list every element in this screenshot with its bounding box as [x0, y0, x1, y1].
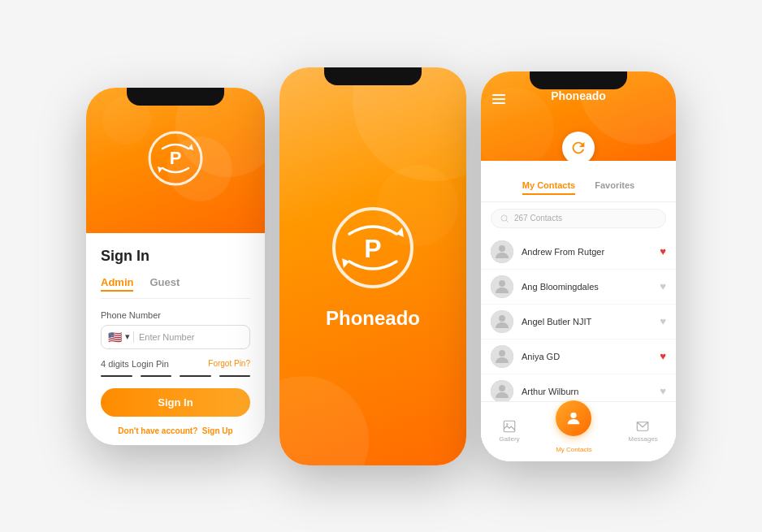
phone2-content: P Phoneado — [279, 67, 466, 465]
heart-icon[interactable]: ♥ — [660, 315, 666, 327]
messages-icon — [635, 419, 650, 434]
gallery-icon — [502, 419, 517, 434]
pin-field-label: 4 digits Login Pin — [101, 359, 169, 369]
search-icon — [500, 214, 509, 223]
contact-avatar — [491, 380, 513, 401]
contact-item[interactable]: Andrew From Rutger ♥ — [481, 235, 676, 270]
avatar-person-svg — [491, 310, 513, 333]
signin-title: Sign In — [101, 248, 250, 265]
svg-text:P: P — [170, 148, 182, 168]
hamburger-line-3 — [492, 102, 505, 104]
heart-icon[interactable]: ♥ — [660, 385, 666, 397]
forgot-pin-link[interactable]: Forgot Pin? — [208, 359, 250, 368]
pin-dot-1 — [101, 375, 132, 377]
splash-logo-svg: P — [328, 203, 418, 292]
pin-dots-row — [101, 375, 250, 377]
no-account-row: Don't have account? Sign Up — [101, 426, 250, 435]
contact-item[interactable]: Aniya GD ♥ — [481, 340, 676, 374]
phone-notch-3 — [530, 71, 627, 89]
heart-icon[interactable]: ♥ — [660, 350, 666, 362]
pin-dot-3 — [180, 375, 211, 377]
tab-my-contacts[interactable]: My Contacts — [522, 180, 575, 195]
heart-icon[interactable]: ♥ — [660, 280, 666, 292]
contact-avatar — [491, 310, 513, 333]
pin-dot-2 — [141, 375, 172, 377]
phone-signin: P Sign In Admin Guest Phone Number 🇺🇸 ▾ — [86, 88, 265, 445]
phone1-content: P Sign In Admin Guest Phone Number 🇺🇸 ▾ — [86, 88, 265, 445]
logo-svg: P — [146, 129, 205, 188]
phone-notch-2 — [324, 67, 422, 85]
contact-name: Ang Bloomingdales — [522, 282, 660, 292]
svg-point-13 — [499, 280, 505, 287]
hamburger-line-1 — [492, 94, 505, 96]
input-divider — [133, 331, 134, 343]
gallery-label: Gallery — [499, 435, 519, 443]
phone-contacts: Phoneado Sync My Contacts Favorites — [481, 71, 676, 461]
hamburger-icon[interactable] — [492, 94, 505, 104]
contact-item[interactable]: Angel Butler NJIT ♥ — [481, 305, 676, 340]
nav-messages[interactable]: Messages — [628, 419, 657, 443]
svg-point-19 — [499, 385, 505, 391]
no-account-text: Don't have account? — [118, 426, 197, 435]
contacts-nav-label: My Contacts — [556, 446, 591, 453]
bottom-nav: Gallery My Contacts — [481, 401, 676, 461]
avatar-person-svg — [491, 240, 513, 263]
nav-gallery[interactable]: Gallery — [499, 419, 519, 443]
flag-emoji: 🇺🇸 — [108, 331, 122, 344]
signup-link[interactable]: Sign Up — [202, 426, 233, 435]
contacts-list: Andrew From Rutger ♥ Ang Bloomingdales ♥ — [481, 235, 676, 401]
contact-name: Aniya GD — [522, 352, 660, 361]
tab-guest[interactable]: Guest — [149, 275, 180, 292]
contact-name: Angel Butler NJIT — [522, 317, 660, 327]
avatar-person-svg — [491, 345, 513, 368]
country-code: ▾ — [125, 331, 130, 342]
contacts-tabs: My Contacts Favorites — [481, 161, 676, 202]
phone-notch-1 — [127, 88, 224, 106]
sync-icon — [569, 139, 587, 157]
phone1-header: P — [86, 88, 265, 233]
avatar-person-svg — [491, 380, 513, 401]
svg-point-15 — [499, 315, 505, 322]
svg-point-22 — [571, 412, 577, 417]
pin-label-row: 4 digits Login Pin Forgot Pin? — [101, 359, 250, 369]
contact-avatar — [491, 345, 513, 368]
svg-point-11 — [499, 245, 505, 252]
contact-item[interactable]: Arthur Wilburn ♥ — [481, 374, 676, 401]
contact-name: Andrew From Rutger — [522, 247, 660, 257]
contact-item[interactable]: Ang Bloomingdales ♥ — [481, 270, 676, 305]
tab-favorites[interactable]: Favorites — [595, 180, 634, 195]
svg-point-17 — [499, 350, 505, 357]
svg-marker-5 — [396, 227, 404, 237]
search-bar[interactable]: 267 Contacts — [491, 209, 666, 228]
splash-deco-2 — [279, 376, 369, 465]
tabs-row: Admin Guest — [101, 275, 250, 299]
phone-splash: P Phoneado — [279, 67, 466, 465]
svg-marker-6 — [342, 258, 349, 268]
nav-contacts-center: My Contacts — [556, 409, 591, 453]
hamburger-line-2 — [492, 98, 505, 100]
contact-avatar — [491, 275, 513, 298]
sync-button-area: Sync — [562, 132, 595, 161]
phone-placeholder: Enter Number — [139, 332, 194, 342]
svg-line-9 — [506, 220, 508, 222]
contact-avatar — [491, 240, 513, 263]
phone3-content: Phoneado Sync My Contacts Favorites — [481, 71, 676, 461]
splash-title: Phoneado — [326, 307, 420, 330]
signin-button[interactable]: Sign In — [101, 388, 250, 417]
phones-container: P Sign In Admin Guest Phone Number 🇺🇸 ▾ — [0, 0, 762, 532]
heart-icon[interactable]: ♥ — [660, 245, 666, 257]
search-placeholder: 267 Contacts — [514, 214, 562, 223]
contacts-icon — [565, 409, 582, 427]
phone1-body: Sign In Admin Guest Phone Number 🇺🇸 ▾ En… — [86, 233, 265, 445]
messages-label: Messages — [628, 435, 657, 443]
phone-input[interactable]: 🇺🇸 ▾ Enter Number — [101, 325, 250, 349]
svg-point-21 — [506, 423, 508, 425]
phone-field-label: Phone Number — [101, 310, 250, 320]
pin-dot-4 — [219, 375, 251, 377]
contact-name: Arthur Wilburn — [522, 387, 660, 396]
svg-rect-20 — [504, 421, 515, 432]
contacts-header-title: Phoneado — [551, 89, 606, 102]
tab-admin[interactable]: Admin — [101, 275, 133, 292]
nav-contacts-button[interactable] — [556, 400, 591, 436]
sync-circle[interactable] — [562, 132, 595, 161]
